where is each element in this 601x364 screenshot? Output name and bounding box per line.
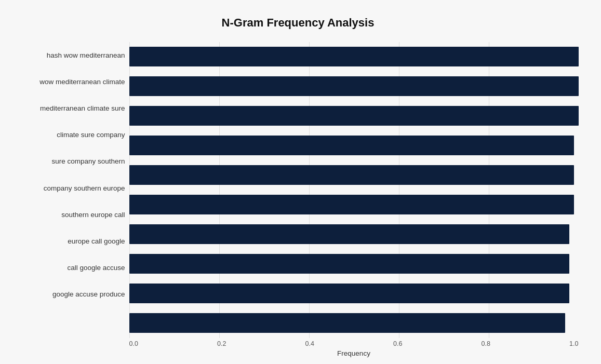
bar <box>129 106 579 126</box>
chart-container: N-Gram Frequency Analysis hash wow medit… <box>7 6 594 359</box>
bar <box>129 254 570 274</box>
bar <box>129 47 579 66</box>
y-label: google accuse produce <box>52 281 125 307</box>
y-label: europe call google <box>68 228 125 254</box>
y-label: hash wow mediterranean <box>47 42 125 69</box>
bar <box>129 224 570 244</box>
y-label: call google accuse <box>67 254 125 281</box>
x-ticks: 0.00.20.40.60.81.0 <box>129 338 579 347</box>
x-tick: 0.4 <box>305 340 314 347</box>
x-tick: 0.0 <box>129 340 138 347</box>
bars-area <box>129 42 579 338</box>
bar-row <box>129 308 579 338</box>
bars-and-x: 0.00.20.40.60.81.0 Frequency <box>129 42 579 322</box>
bar <box>129 136 574 155</box>
y-label: company southern europe <box>44 175 125 201</box>
y-label: sure company southern <box>51 148 125 174</box>
x-tick: 0.8 <box>482 340 490 347</box>
bar-row <box>129 72 579 101</box>
chart-area: hash wow mediterraneanwow mediterranean … <box>18 42 579 322</box>
bar-row <box>129 42 579 72</box>
bar <box>129 284 570 303</box>
bar <box>129 195 574 214</box>
bar <box>129 76 579 96</box>
x-tick: 1.0 <box>569 340 578 347</box>
bar-row <box>129 220 579 249</box>
y-label: southern europe call <box>61 201 125 228</box>
y-label: mediterranean climate sure <box>40 95 125 122</box>
x-axis: 0.00.20.40.60.81.0 Frequency <box>129 338 579 353</box>
bar <box>129 313 565 333</box>
y-label: wow mediterranean climate <box>39 69 125 95</box>
bar-row <box>129 279 579 308</box>
x-tick: 0.2 <box>217 340 226 347</box>
bar-row <box>129 101 579 131</box>
y-labels: hash wow mediterraneanwow mediterranean … <box>18 42 129 322</box>
chart-title: N-Gram Frequency Analysis <box>18 16 579 30</box>
x-tick: 0.6 <box>393 340 402 347</box>
bar-row <box>129 249 579 279</box>
y-label: climate sure company <box>57 122 125 148</box>
bar-row <box>129 160 579 190</box>
bar <box>129 165 574 185</box>
x-axis-label: Frequency <box>129 349 579 357</box>
bar-row <box>129 131 579 160</box>
bar-row <box>129 190 579 220</box>
